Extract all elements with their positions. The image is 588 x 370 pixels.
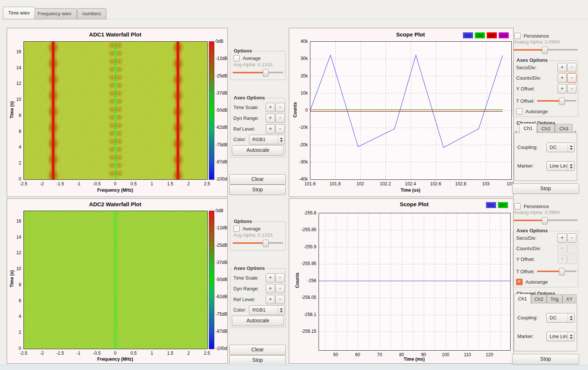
- y-offset-minus-button[interactable]: -: [567, 255, 576, 264]
- marker-combobox-value: Line Link: [550, 163, 567, 169]
- secs-div-minus-button[interactable]: -: [567, 233, 576, 243]
- avg-alpha-slider[interactable]: [233, 240, 283, 246]
- spinner-icon[interactable]: [568, 162, 574, 170]
- spinner-icon[interactable]: [568, 332, 574, 341]
- spinner-icon[interactable]: [278, 135, 284, 144]
- y-offset-label: Y Offset:: [516, 256, 535, 262]
- colorbar-tick-label: -12dB: [215, 225, 228, 230]
- color-combobox[interactable]: RGB1: [249, 305, 285, 315]
- tab-frequency-view[interactable]: Frequency wiev: [32, 8, 77, 19]
- x-tick-label: 100: [435, 352, 456, 357]
- spinner-icon[interactable]: [568, 313, 574, 322]
- autorange-checkbox[interactable]: [516, 279, 523, 285]
- dyn-range-minus-button[interactable]: -: [275, 284, 285, 293]
- adc1-waterfall-canvas[interactable]: [23, 41, 208, 180]
- persistence-checkbox[interactable]: [514, 203, 521, 210]
- scope2-canvas[interactable]: [319, 213, 511, 351]
- channel-tab-ch2[interactable]: Ch2: [537, 124, 555, 133]
- y-offset-plus-button[interactable]: +: [557, 255, 567, 264]
- slider-handle[interactable]: [559, 98, 565, 105]
- autorange-checkbox[interactable]: [516, 108, 523, 115]
- ref-level-plus-button[interactable]: +: [266, 295, 275, 304]
- x-tick-label: -1.5: [50, 181, 71, 186]
- average-checkbox[interactable]: [233, 55, 240, 61]
- ref-level-minus-button[interactable]: -: [275, 295, 285, 304]
- time-scale-minus-button[interactable]: -: [275, 273, 285, 283]
- marker-combobox[interactable]: Line Link: [546, 332, 575, 341]
- tab-numbers-view[interactable]: numbers: [77, 8, 106, 19]
- counts-div-plus-button[interactable]: +: [557, 244, 567, 253]
- x-axis-label: Frequency (MHz): [23, 188, 207, 193]
- autoscale-button[interactable]: Autoscale: [232, 316, 284, 326]
- scope1-canvas[interactable]: [310, 41, 512, 180]
- ref-level-minus-button[interactable]: -: [275, 124, 285, 134]
- colorbar-tick-label: -75dB: [215, 142, 228, 147]
- average-label: Average: [243, 55, 261, 61]
- channel-tab-ch3[interactable]: Ch3: [555, 124, 573, 133]
- x-tick-label: -1: [68, 181, 89, 186]
- counts-div-minus-button[interactable]: -: [567, 244, 576, 253]
- x-tick-label: 102.2: [375, 181, 396, 186]
- adc2-waterfall-panel: ADC2 Waterfall Plot Time (s) Frequency (…: [7, 198, 228, 364]
- dyn-range-plus-button[interactable]: +: [266, 114, 275, 123]
- y-tick-label: -255.85: [293, 227, 316, 232]
- avg-alpha-value: Avg Alpha: 0.1333: [233, 62, 272, 67]
- y-offset-plus-button[interactable]: +: [557, 84, 567, 93]
- y-tick-label: 12: [7, 81, 21, 86]
- t-offset-slider[interactable]: [537, 98, 576, 104]
- slider-handle[interactable]: [542, 47, 548, 54]
- y-tick-label: 0: [7, 346, 21, 351]
- channel-tab-ch2[interactable]: Ch2: [531, 294, 547, 303]
- slider-handle[interactable]: [559, 268, 565, 275]
- clear-button[interactable]: Clear: [229, 174, 286, 185]
- coupling-combobox[interactable]: DC: [546, 143, 575, 152]
- clear-button[interactable]: Clear: [229, 345, 286, 355]
- slider-handle[interactable]: [542, 217, 548, 224]
- average-checkbox[interactable]: [233, 226, 240, 232]
- avg-alpha-slider[interactable]: [233, 69, 283, 76]
- analog-alpha-slider[interactable]: [514, 47, 578, 53]
- ref-level-plus-button[interactable]: +: [266, 124, 275, 134]
- channel-tab-ch1[interactable]: Ch1: [519, 123, 537, 133]
- analog-alpha-slider[interactable]: [514, 217, 578, 224]
- secs-div-plus-button[interactable]: +: [557, 63, 567, 72]
- spinner-icon[interactable]: [278, 306, 284, 315]
- stop-button[interactable]: Stop: [229, 185, 286, 195]
- x-tick-label: 80: [391, 352, 412, 357]
- slider-handle[interactable]: [263, 69, 269, 77]
- secs-div-plus-button[interactable]: +: [557, 233, 567, 243]
- t-offset-slider[interactable]: [537, 268, 576, 275]
- center-stripe: [115, 211, 116, 349]
- marker-combobox[interactable]: Line Link: [546, 161, 575, 171]
- channel-tab-xy[interactable]: XY: [562, 294, 576, 303]
- stop-button[interactable]: Stop: [512, 184, 579, 194]
- autoscale-button[interactable]: Autoscale: [232, 145, 284, 156]
- time-scale-minus-button[interactable]: -: [275, 103, 285, 112]
- colorbar-tick-label: -37dB: [215, 90, 228, 96]
- time-scale-plus-button[interactable]: +: [266, 273, 275, 283]
- counts-div-label: Counts/Div:: [516, 246, 541, 251]
- x-tick-label: 2: [178, 351, 199, 356]
- dyn-range-minus-button[interactable]: -: [275, 114, 285, 123]
- colorbar-tick-label: -50dB: [215, 277, 228, 282]
- dyn-range-plus-button[interactable]: +: [266, 284, 275, 293]
- y-offset-minus-button[interactable]: -: [567, 84, 576, 93]
- channel-tab-ch1[interactable]: Ch1: [514, 294, 531, 304]
- stop-button[interactable]: Stop: [512, 354, 579, 364]
- tab-time-view[interactable]: Time wiev: [3, 7, 35, 19]
- secs-div-minus-button[interactable]: -: [567, 63, 576, 72]
- time-scale-plus-button[interactable]: +: [266, 103, 275, 112]
- slider-handle[interactable]: [263, 240, 269, 247]
- color-combobox[interactable]: RGB1: [249, 135, 285, 144]
- y-tick-label: -256: [293, 278, 316, 283]
- counts-div-minus-button[interactable]: -: [567, 73, 576, 83]
- counts-div-plus-button[interactable]: +: [557, 73, 567, 83]
- adc2-waterfall-canvas[interactable]: [23, 211, 208, 349]
- colorbar-tick-label: -25dB: [215, 243, 228, 248]
- coupling-combobox[interactable]: DC: [546, 313, 575, 323]
- channel-tab-trig[interactable]: Trig: [547, 294, 562, 303]
- x-tick-label: 90: [413, 352, 434, 357]
- persistence-checkbox[interactable]: [514, 33, 521, 39]
- stop-button[interactable]: Stop: [229, 355, 286, 366]
- spinner-icon[interactable]: [568, 143, 574, 152]
